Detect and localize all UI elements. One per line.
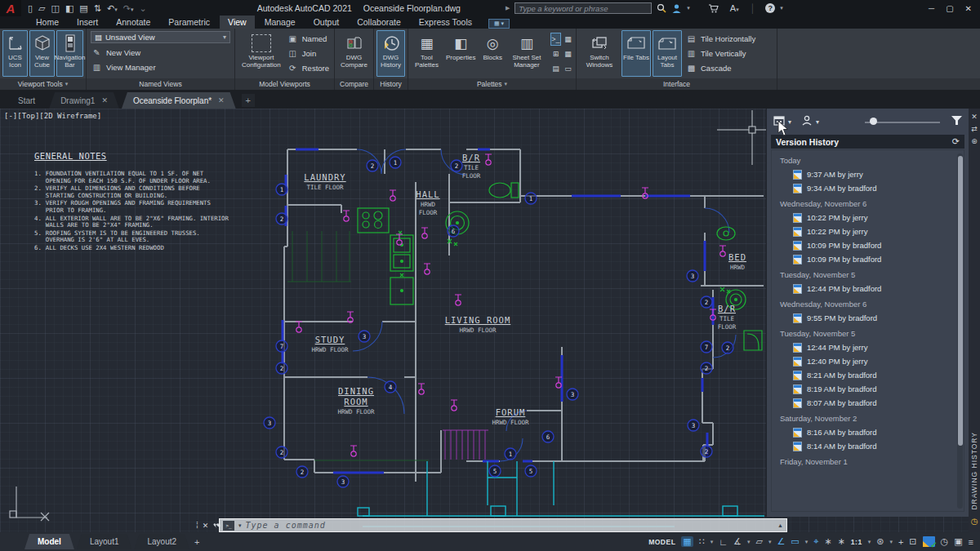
customization-menu-icon[interactable]: ≡ bbox=[969, 537, 973, 547]
snap-caret-icon[interactable]: ▾ bbox=[710, 539, 714, 545]
close-button[interactable]: ✕ bbox=[965, 4, 972, 13]
version-entry[interactable]: 8:16 AM by bradford bbox=[772, 425, 964, 439]
cascade-button[interactable]: ▩Cascade bbox=[684, 61, 758, 76]
layout-tabs-button[interactable]: Layout Tabs bbox=[653, 30, 682, 77]
minimize-button[interactable]: ─ bbox=[929, 4, 934, 13]
plot-icon[interactable]: ▤ bbox=[79, 3, 87, 14]
selection-cycling-icon[interactable]: ⌖ bbox=[813, 536, 818, 547]
osnap-caret-icon[interactable]: ▾ bbox=[805, 539, 808, 545]
snap-mode-icon[interactable]: ∷ bbox=[699, 536, 705, 547]
command-caret-icon[interactable]: ▾ bbox=[238, 522, 242, 529]
named-viewport-button[interactable]: ▣Named bbox=[285, 32, 332, 47]
new-layout-icon[interactable]: + bbox=[194, 537, 199, 547]
reference-panel-icon[interactable]: ⊞ bbox=[550, 47, 561, 60]
tile-horizontally-button[interactable]: ▤Tile Horizontally bbox=[684, 32, 758, 47]
ribbon-tab-output[interactable]: Output bbox=[305, 16, 348, 29]
command-prompt-icon[interactable]: >_ bbox=[223, 521, 234, 531]
refresh-icon[interactable]: ⟳ bbox=[952, 136, 960, 147]
ribbon-tab-home[interactable]: Home bbox=[28, 16, 67, 29]
count-icon[interactable]: ▤ bbox=[550, 62, 561, 75]
file-tab-start[interactable]: Start bbox=[7, 92, 47, 109]
user-filter-icon[interactable] bbox=[801, 114, 813, 129]
model-space-label[interactable]: MODEL bbox=[648, 538, 675, 546]
qat-customize-icon[interactable]: ⌄ bbox=[139, 3, 146, 14]
version-entry[interactable]: 12:40 PM by jerry bbox=[772, 354, 964, 368]
command-bar-grip-icon[interactable]: ⁞ bbox=[196, 521, 198, 530]
palette-close-icon[interactable]: ✕ bbox=[971, 113, 978, 125]
file-tabs-button[interactable]: File Tabs bbox=[621, 30, 651, 77]
iso-caret-icon[interactable]: ▾ bbox=[768, 539, 772, 545]
undo-icon[interactable]: ↶▾ bbox=[107, 3, 118, 14]
file-tab-oceanside-floorplan[interactable]: Oceanside Floorplan*✕ bbox=[122, 92, 236, 109]
layer-panel-icon[interactable]: ▦ bbox=[563, 33, 573, 46]
object-snap-tracking-icon[interactable]: ∠ bbox=[777, 536, 785, 547]
command-input[interactable]: >_ ▾ Type a command ▲ bbox=[219, 518, 787, 532]
version-entry[interactable]: 12:44 PM by jerry bbox=[772, 340, 964, 354]
command-line-icon[interactable]: >_ bbox=[550, 33, 561, 46]
new-view-button[interactable]: ✎New View bbox=[89, 45, 232, 60]
ribbon-tab-insert[interactable]: Insert bbox=[69, 16, 106, 29]
filter-funnel-icon[interactable] bbox=[951, 114, 962, 129]
tool-palettes-button[interactable]: ▦Tool Palettes bbox=[411, 30, 443, 77]
close-tab-icon[interactable]: ✕ bbox=[101, 96, 108, 104]
workspace-switching-icon[interactable]: ⊛ bbox=[876, 536, 884, 547]
search-icon[interactable] bbox=[657, 3, 666, 13]
help-icon[interactable]: ? bbox=[765, 3, 775, 13]
panel-label-named-views[interactable]: Named Views bbox=[87, 78, 234, 90]
command-history-up-icon[interactable]: ▲ bbox=[777, 522, 783, 528]
autodesk-app-icon[interactable]: A▾ bbox=[730, 3, 739, 13]
help-caret-icon[interactable]: ▾ bbox=[780, 5, 783, 11]
version-entry[interactable]: 12:44 PM by bradford bbox=[772, 282, 964, 295]
isometric-drafting-icon[interactable]: ▱ bbox=[755, 536, 762, 547]
version-entry[interactable]: 10:22 PM by jerry bbox=[772, 211, 964, 224]
properties-button[interactable]: ◧Properties bbox=[443, 30, 479, 77]
slider-knob[interactable] bbox=[870, 118, 877, 125]
redo-icon[interactable]: ↷▾ bbox=[123, 3, 134, 14]
scrollbar-thumb[interactable] bbox=[958, 156, 963, 446]
drawing-canvas[interactable]: 122126132722327234322351563 LAUNDRYTILE … bbox=[0, 109, 980, 532]
ribbon-tab-collaborate[interactable]: Collaborate bbox=[349, 16, 409, 29]
version-entry[interactable]: 9:55 PM by bradford bbox=[772, 311, 964, 325]
case-icon[interactable]: ▭ bbox=[563, 62, 573, 75]
restore-button[interactable]: ▢ bbox=[946, 4, 953, 13]
file-tab-drawing1[interactable]: Drawing1✕ bbox=[49, 92, 119, 109]
dwg-compare-button[interactable]: DWG Compare bbox=[337, 30, 371, 77]
version-entry[interactable]: 8:21 AM by bradford bbox=[772, 368, 964, 382]
navigation-bar-button[interactable]: Navigation Bar bbox=[56, 30, 83, 77]
drawing-history-status-icon[interactable]: ◷ bbox=[941, 536, 949, 547]
palette-autohide-icon[interactable]: ⇄ bbox=[971, 125, 978, 137]
save-status-icon[interactable] bbox=[923, 536, 935, 547]
calculator-icon[interactable]: ▦ bbox=[563, 47, 573, 60]
version-entry[interactable]: 8:14 AM by bradford bbox=[772, 439, 964, 453]
view-dropdown[interactable]: ▤ Unsaved View ▾ bbox=[91, 31, 230, 43]
save-icon[interactable]: ◫ bbox=[51, 3, 60, 14]
palette-properties-gear-icon[interactable]: ⊛ bbox=[971, 137, 978, 149]
annotation-scale[interactable]: 1:1 bbox=[851, 538, 862, 546]
annotation-monitor-icon[interactable]: ∗ bbox=[824, 536, 831, 547]
featured-apps-chip[interactable]: ▦ ▾ bbox=[488, 19, 510, 29]
autocad-logo-icon[interactable]: A bbox=[0, 0, 21, 16]
annotation-visibility-icon[interactable]: ∗ bbox=[838, 536, 845, 547]
view-manager-button[interactable]: ▥View Manager bbox=[89, 60, 232, 74]
scale-caret-icon[interactable]: ▾ bbox=[868, 539, 871, 545]
version-entry[interactable]: 9:34 AM by bradford bbox=[772, 181, 964, 195]
user-caret-icon[interactable]: ▾ bbox=[687, 5, 690, 11]
ribbon-tab-view[interactable]: View bbox=[220, 16, 255, 29]
object-snap-icon[interactable]: ▭ bbox=[791, 536, 799, 547]
new-drawing-tab-icon[interactable]: + bbox=[242, 94, 255, 107]
command-bar-close-icon[interactable]: ✕ bbox=[203, 522, 209, 530]
ucs-icon-button[interactable]: UCS Icon bbox=[2, 30, 28, 77]
sign-in-user-icon[interactable] bbox=[671, 3, 682, 14]
blocks-button[interactable]: ◎Blocks bbox=[479, 30, 506, 77]
crosshair-plus-icon[interactable]: + bbox=[898, 537, 903, 547]
layout-tab-layout1[interactable]: Layout1 bbox=[77, 534, 132, 549]
version-range-slider[interactable] bbox=[865, 118, 940, 126]
panel-label-history[interactable]: History bbox=[374, 78, 408, 90]
viewport-controls-label[interactable]: [-][Top][2D Wireframe] bbox=[4, 112, 101, 120]
ortho-mode-icon[interactable]: ∟ bbox=[719, 537, 728, 547]
ribbon-tab-manage[interactable]: Manage bbox=[256, 16, 304, 29]
join-viewport-button[interactable]: ◫Join bbox=[285, 47, 332, 61]
ribbon-tab-annotate[interactable]: Annotate bbox=[108, 16, 158, 29]
search-input[interactable]: Type a keyword or phrase bbox=[514, 2, 652, 14]
version-entry[interactable]: 10:09 PM by bradford bbox=[772, 238, 964, 252]
